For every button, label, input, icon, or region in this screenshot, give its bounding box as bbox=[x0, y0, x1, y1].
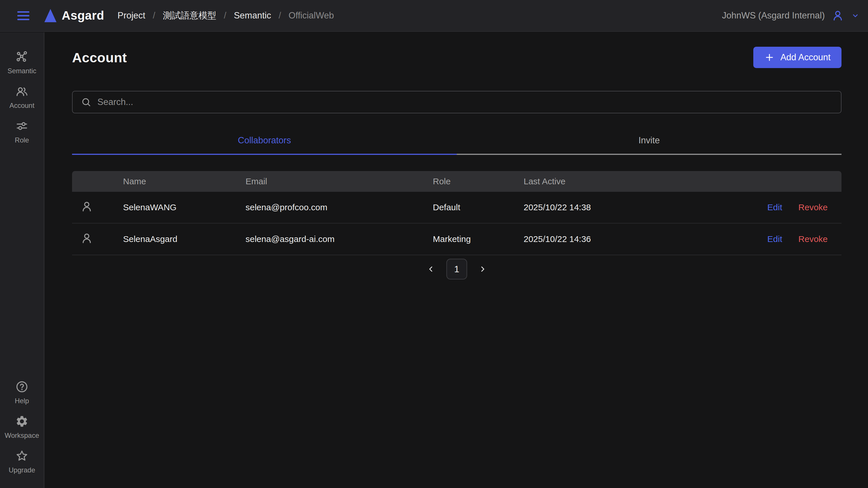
breadcrumb-item-model[interactable]: 測試語意模型 bbox=[163, 9, 216, 22]
row-email: selena@asgard-ai.com bbox=[236, 234, 424, 244]
plus-icon bbox=[764, 52, 775, 63]
page-title: Account bbox=[72, 50, 127, 65]
next-page-icon[interactable] bbox=[478, 265, 487, 274]
sidebar-item-label: Workspace bbox=[5, 431, 39, 439]
sidebar-item-label: Help bbox=[15, 397, 29, 405]
table-row: SelenaAsgard selena@asgard-ai.com Market… bbox=[72, 224, 841, 255]
title-row: Account Add Account bbox=[72, 47, 841, 68]
menu-icon[interactable] bbox=[17, 11, 29, 20]
row-name: SelenaAsgard bbox=[114, 234, 236, 244]
avatar-cell bbox=[72, 232, 114, 247]
pagination: 1 bbox=[72, 259, 841, 280]
sidebar-footer: Help Workspace Upgrade bbox=[0, 380, 44, 488]
chevron-down-icon[interactable] bbox=[851, 11, 860, 20]
table-header-last-active: Last Active bbox=[515, 176, 832, 186]
menu-bar bbox=[17, 19, 29, 20]
breadcrumb-separator: / bbox=[224, 10, 226, 21]
user-icon[interactable] bbox=[831, 9, 844, 22]
edit-link[interactable]: Edit bbox=[768, 202, 782, 212]
row-last-active: 2025/10/22 14:36 bbox=[515, 234, 768, 244]
tabs: Collaborators Invite bbox=[72, 135, 841, 155]
person-icon bbox=[80, 200, 93, 213]
menu-bar bbox=[17, 11, 29, 13]
sidebar-item-role[interactable]: Role bbox=[0, 119, 44, 144]
user-menu[interactable]: JohnWS (Asgard Internal) bbox=[722, 9, 860, 22]
row-role: Marketing bbox=[424, 234, 515, 244]
sidebar-item-account[interactable]: Account bbox=[0, 85, 44, 110]
main-content: Account Add Account Collaborators Invite… bbox=[45, 32, 868, 488]
table-header-role: Role bbox=[424, 176, 515, 186]
top-bar: Asgard Project / 測試語意模型 / Semantic / Off… bbox=[0, 0, 868, 32]
gear-icon bbox=[15, 415, 29, 428]
row-actions: Edit Revoke bbox=[768, 202, 841, 212]
search-input[interactable] bbox=[97, 97, 833, 107]
row-last-active: 2025/10/22 14:38 bbox=[515, 202, 768, 212]
app-name: Asgard bbox=[62, 9, 104, 23]
table-header-email: Email bbox=[236, 176, 424, 186]
table-header-row: Name Email Role Last Active bbox=[72, 171, 841, 192]
breadcrumb-separator: / bbox=[153, 10, 155, 21]
edit-link[interactable]: Edit bbox=[768, 234, 782, 244]
sidebar-item-workspace[interactable]: Workspace bbox=[0, 415, 44, 439]
user-label: JohnWS (Asgard Internal) bbox=[722, 10, 825, 21]
collaborators-table: Name Email Role Last Active SelenaWANG s… bbox=[72, 171, 841, 255]
people-icon bbox=[15, 85, 29, 98]
revoke-link[interactable]: Revoke bbox=[798, 202, 828, 212]
row-role: Default bbox=[424, 202, 515, 212]
breadcrumb-item-current: OfficialWeb bbox=[288, 10, 334, 21]
sidebar-item-help[interactable]: Help bbox=[0, 380, 44, 405]
star-icon bbox=[15, 449, 29, 463]
breadcrumb-item-project[interactable]: Project bbox=[118, 10, 145, 21]
table-row: SelenaWANG selena@profcoo.com Default 20… bbox=[72, 192, 841, 224]
breadcrumb-separator: / bbox=[279, 10, 281, 21]
page-number-button[interactable]: 1 bbox=[446, 259, 467, 280]
person-icon bbox=[80, 232, 93, 245]
breadcrumb-item-semantic[interactable]: Semantic bbox=[234, 10, 271, 21]
revoke-link[interactable]: Revoke bbox=[798, 234, 828, 244]
add-account-button[interactable]: Add Account bbox=[753, 47, 841, 68]
row-email: selena@profcoo.com bbox=[236, 202, 424, 212]
graph-icon bbox=[15, 50, 29, 63]
sidebar-item-upgrade[interactable]: Upgrade bbox=[0, 449, 44, 474]
sidebar-item-label: Semantic bbox=[7, 67, 36, 75]
search-icon bbox=[81, 96, 92, 108]
tab-invite[interactable]: Invite bbox=[457, 135, 841, 155]
sidebar-item-label: Account bbox=[9, 102, 35, 110]
prev-page-icon[interactable] bbox=[427, 265, 435, 274]
tab-collaborators[interactable]: Collaborators bbox=[72, 135, 457, 155]
sidebar-item-label: Upgrade bbox=[9, 466, 35, 474]
triangle-logo-icon bbox=[44, 8, 57, 23]
row-actions: Edit Revoke bbox=[768, 234, 841, 244]
breadcrumb: Project / 測試語意模型 / Semantic / OfficialWe… bbox=[118, 9, 334, 22]
app-logo[interactable]: Asgard bbox=[44, 8, 104, 23]
search-bar bbox=[72, 91, 841, 113]
help-icon bbox=[15, 380, 29, 393]
table-header-name: Name bbox=[114, 176, 236, 186]
add-account-label: Add Account bbox=[780, 52, 831, 63]
menu-bar bbox=[17, 15, 29, 17]
sidebar-item-semantic[interactable]: Semantic bbox=[0, 50, 44, 75]
sidebar: Semantic Account Role Help bbox=[0, 32, 44, 488]
row-name: SelenaWANG bbox=[114, 202, 236, 212]
sliders-icon bbox=[15, 119, 29, 133]
avatar-cell bbox=[72, 200, 114, 215]
sidebar-item-label: Role bbox=[15, 136, 29, 144]
